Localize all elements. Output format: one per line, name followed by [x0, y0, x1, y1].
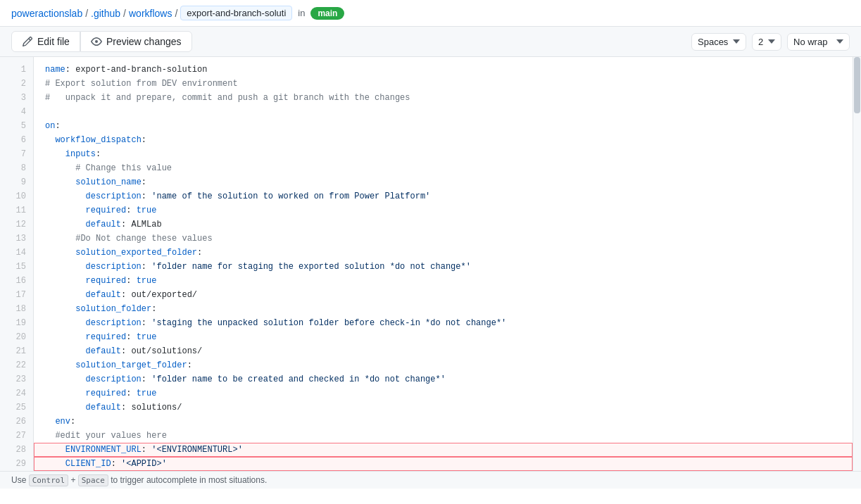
- line-number: 15: [0, 260, 33, 274]
- preview-changes-tab[interactable]: Preview changes: [80, 31, 192, 52]
- code-line: name: export-and-branch-solution: [34, 63, 853, 77]
- editor-container: 1234567891011121314151617181920212223242…: [0, 57, 861, 471]
- breadcrumb-folder2[interactable]: workflows: [129, 8, 172, 19]
- code-line: description: 'folder name to be created …: [34, 372, 853, 386]
- code-line: # Change this value: [34, 161, 853, 175]
- code-line: required: true: [34, 274, 853, 288]
- breadcrumb-sep3: /: [175, 8, 177, 19]
- spaces-select[interactable]: Spaces Tabs: [691, 33, 746, 51]
- indent-select[interactable]: 2 4 8: [752, 33, 781, 51]
- line-number: 25: [0, 401, 33, 415]
- code-line: description: 'staging the unpacked solut…: [34, 316, 853, 330]
- edit-file-tab[interactable]: Edit file: [11, 31, 80, 52]
- code-line: required: true: [34, 203, 853, 218]
- code-line: workflow_dispatch:: [34, 133, 853, 147]
- breadcrumb-sep2: /: [123, 8, 126, 19]
- line-number: 19: [0, 316, 33, 330]
- line-number: 29: [0, 457, 33, 471]
- toolbar-right: Spaces Tabs 2 4 8 No wrap Soft wrap: [691, 33, 850, 51]
- edit-icon: [22, 36, 33, 47]
- code-line: inputs:: [34, 147, 853, 161]
- line-number: 27: [0, 429, 33, 443]
- code-line: solution_name:: [34, 175, 853, 189]
- line-number: 4: [0, 105, 33, 119]
- code-line: #edit your values here: [34, 429, 853, 443]
- line-number: 13: [0, 232, 33, 246]
- code-line: description: 'name of the solution to wo…: [34, 189, 853, 203]
- code-line: required: true: [34, 386, 853, 401]
- line-number: 8: [0, 161, 33, 175]
- breadcrumb-in-label: in: [298, 8, 305, 18]
- code-line: default: ALMLab: [34, 218, 853, 232]
- line-number: 7: [0, 147, 33, 161]
- line-number: 23: [0, 372, 33, 386]
- breadcrumb-file: export-and-branch-soluti: [180, 6, 292, 20]
- code-line: #Do Not change these values: [34, 232, 853, 246]
- line-number: 17: [0, 288, 33, 302]
- code-line: default: out/solutions/: [34, 344, 853, 358]
- code-line: solution_folder:: [34, 302, 853, 316]
- code-line: description: 'folder name for staging th…: [34, 260, 853, 274]
- eye-icon: [91, 36, 102, 47]
- line-number: 9: [0, 175, 33, 189]
- line-number: 24: [0, 386, 33, 401]
- line-number: 1: [0, 63, 33, 77]
- branch-badge[interactable]: main: [310, 7, 344, 20]
- code-line: CLIENT_ID: '<APPID>': [34, 457, 853, 471]
- code-line: default: out/exported/: [34, 288, 853, 302]
- code-line: on:: [34, 119, 853, 133]
- breadcrumb-folder1[interactable]: .github: [91, 8, 120, 19]
- status-bar: Use Control + Space to trigger autocompl…: [0, 471, 861, 489]
- breadcrumb-org[interactable]: poweractionslab: [11, 8, 82, 19]
- line-number: 3: [0, 91, 33, 105]
- breadcrumb-bar: poweractionslab / .github / workflows / …: [0, 0, 861, 27]
- code-line: solution_exported_folder:: [34, 246, 853, 260]
- code-line: default: solutions/: [34, 401, 853, 415]
- edit-file-label: Edit file: [37, 36, 70, 47]
- line-number: 20: [0, 330, 33, 344]
- line-number: 2: [0, 77, 33, 91]
- line-number: 21: [0, 344, 33, 358]
- line-number: 11: [0, 203, 33, 218]
- line-number: 14: [0, 246, 33, 260]
- code-line: ENVIRONMENT_URL: '<ENVIRONMENTURL>': [34, 443, 853, 457]
- code-line: # Export solution from DEV environment: [34, 77, 853, 91]
- line-number: 18: [0, 302, 33, 316]
- line-number: 28: [0, 443, 33, 457]
- code-line: env:: [34, 415, 853, 429]
- line-number: 22: [0, 358, 33, 372]
- editor-toolbar: Edit file Preview changes Spaces Tabs 2 …: [0, 27, 861, 57]
- line-number: 6: [0, 133, 33, 147]
- line-numbers: 1234567891011121314151617181920212223242…: [0, 57, 34, 471]
- wrap-select[interactable]: No wrap Soft wrap: [787, 33, 850, 51]
- line-number: 16: [0, 274, 33, 288]
- breadcrumb-sep1: /: [85, 8, 88, 19]
- line-number: 10: [0, 189, 33, 203]
- code-area[interactable]: name: export-and-branch-solution# Export…: [34, 57, 853, 471]
- code-line: solution_target_folder:: [34, 358, 853, 372]
- code-line: required: true: [34, 330, 853, 344]
- line-number: 26: [0, 415, 33, 429]
- scrollbar[interactable]: [853, 57, 861, 471]
- line-number: 5: [0, 119, 33, 133]
- preview-changes-label: Preview changes: [106, 36, 182, 47]
- line-number: 12: [0, 218, 33, 232]
- scrollbar-thumb[interactable]: [854, 57, 860, 113]
- code-line: # unpack it and prepare, commit and push…: [34, 91, 853, 105]
- code-line: [34, 105, 853, 119]
